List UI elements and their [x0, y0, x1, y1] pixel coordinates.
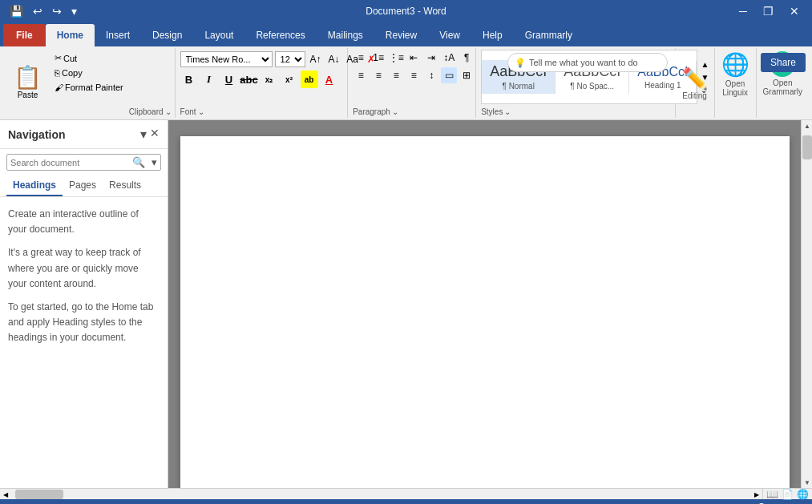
align-center-btn[interactable]: ≡	[370, 67, 386, 83]
nav-hint-line1: Create an interactive outline of your do…	[8, 207, 160, 237]
tab-mailings[interactable]: Mailings	[317, 24, 374, 46]
cut-button[interactable]: ✂ Cut	[50, 51, 127, 65]
font-color-btn[interactable]: A	[321, 71, 338, 88]
tell-me-bar[interactable]: 💡 Tell me what you want to do	[507, 53, 668, 72]
nav-tabs: Headings Pages Results	[0, 175, 168, 197]
subscript-button[interactable]: x₂	[261, 71, 278, 88]
tab-home[interactable]: Home	[46, 24, 95, 46]
copy-button[interactable]: ⎘ Copy	[50, 67, 127, 79]
nav-tab-results[interactable]: Results	[103, 175, 147, 196]
nav-content-area: Create an interactive outline of your do…	[0, 197, 168, 364]
align-right-btn[interactable]: ≡	[388, 67, 404, 83]
scroll-left-btn[interactable]: ◀	[0, 489, 11, 500]
search-icon[interactable]: 🔍	[129, 155, 148, 170]
web-layout-btn[interactable]: 🌐	[797, 489, 809, 500]
nav-close-btn[interactable]: ✕	[150, 127, 160, 142]
increase-font-btn[interactable]: A↑	[308, 51, 324, 67]
tab-review[interactable]: Review	[374, 24, 428, 46]
window-title: Document3 - Word	[366, 6, 446, 17]
tab-help[interactable]: Help	[471, 24, 514, 46]
scroll-right-btn[interactable]: ▶	[751, 489, 762, 500]
style-no-spacing-label: ¶ No Spac...	[570, 82, 614, 91]
underline-button[interactable]: U	[220, 71, 238, 88]
view-mode-buttons: 📖 📄 🌐	[762, 489, 812, 499]
numbering-btn[interactable]: 1≡	[370, 50, 386, 66]
title-bar-controls: ─ ❐ ✕	[733, 3, 806, 19]
h-scrollbar-thumb[interactable]	[15, 490, 63, 499]
font-expand-icon[interactable]: ⌄	[198, 107, 204, 116]
document-area[interactable]	[168, 120, 801, 488]
decrease-font-btn[interactable]: A↓	[326, 51, 342, 67]
customize-quick-btn[interactable]: ▾	[68, 3, 80, 19]
scroll-down-btn[interactable]: ▼	[802, 477, 812, 488]
read-mode-btn[interactable]: 📖	[766, 489, 778, 500]
search-input[interactable]	[7, 155, 129, 170]
paste-button[interactable]: 📋 Paste	[6, 50, 49, 116]
nav-tab-headings[interactable]: Headings	[6, 175, 63, 196]
font-family-select[interactable]: Times New Ro...	[180, 51, 273, 67]
decrease-indent-btn[interactable]: ⇤	[406, 50, 422, 66]
tab-layout[interactable]: Layout	[193, 24, 244, 46]
ribbon-tab-bar: File Home Insert Design Layout Reference…	[0, 22, 812, 46]
clipboard-expand-icon[interactable]: ⌄	[165, 107, 172, 116]
editing-label[interactable]: Editing	[682, 91, 707, 100]
tab-view[interactable]: View	[428, 24, 471, 46]
borders-btn[interactable]: ⊞	[459, 67, 475, 83]
nav-header-buttons: ▾ ✕	[140, 127, 160, 142]
tab-grammarly[interactable]: Grammarly	[514, 24, 584, 46]
share-button[interactable]: Share	[761, 53, 806, 72]
clipboard-group-label: Clipboard⌄	[129, 107, 172, 116]
strikethrough-button[interactable]: abc	[240, 71, 258, 88]
print-layout-btn[interactable]: 📄	[782, 489, 794, 500]
clipboard-sub-buttons: ✂ Cut ⎘ Copy 🖌 Format Painter	[49, 50, 129, 116]
highlight-btn[interactable]: ab	[301, 71, 318, 88]
line-spacing-btn[interactable]: ↕	[423, 67, 439, 83]
styles-expand-icon[interactable]: ⌄	[504, 107, 511, 116]
nav-options-icon[interactable]: ▾	[140, 127, 147, 142]
tab-design[interactable]: Design	[141, 24, 193, 46]
shading-btn[interactable]: ▭	[441, 67, 457, 83]
search-options-icon[interactable]: ▾	[148, 155, 160, 170]
restore-btn[interactable]: ❐	[757, 3, 780, 19]
justify-btn[interactable]: ≡	[406, 67, 422, 83]
scroll-up-btn[interactable]: ▲	[802, 120, 812, 131]
nav-panel-title: Navigation	[8, 128, 66, 141]
sort-btn[interactable]: ↕A	[441, 50, 457, 66]
increase-indent-btn[interactable]: ⇥	[423, 50, 439, 66]
h-scrollbar-track[interactable]	[11, 489, 751, 499]
multilevel-btn[interactable]: ⋮≡	[388, 50, 404, 66]
main-area: Navigation ▾ ✕ 🔍 ▾ Headings Pages Result…	[0, 120, 812, 488]
tab-file[interactable]: File	[3, 24, 46, 46]
scrollbar-thumb[interactable]	[802, 135, 812, 159]
save-quick-btn[interactable]: 💾	[6, 3, 26, 19]
minimize-btn[interactable]: ─	[733, 3, 753, 19]
font-size-select[interactable]: 12	[275, 51, 305, 67]
undo-quick-btn[interactable]: ↩	[30, 3, 46, 19]
paste-icon: 📋	[14, 67, 42, 89]
tab-insert[interactable]: Insert	[95, 24, 141, 46]
document-page[interactable]	[180, 136, 790, 488]
align-row: ≡ ≡ ≡ ≡ ↕ ▭ ⊞	[353, 67, 475, 83]
bold-button[interactable]: B	[180, 71, 198, 88]
close-btn[interactable]: ✕	[783, 3, 806, 19]
format-painter-button[interactable]: 🖌 Format Painter	[50, 81, 127, 94]
redo-quick-btn[interactable]: ↪	[49, 3, 65, 19]
italic-button[interactable]: I	[200, 71, 218, 88]
nav-hint-line3: To get started, go to the Home tab and a…	[8, 300, 160, 346]
paragraph-group: ≡ 1≡ ⋮≡ ⇤ ⇥ ↕A ¶ ≡ ≡ ≡ ≡ ↕ ▭ ⊞ Paragraph…	[348, 48, 476, 118]
format-painter-icon: 🖌	[55, 83, 63, 92]
linguix-group: 🌐 OpenLinguix	[715, 48, 757, 118]
title-bar-left: 💾 ↩ ↪ ▾	[6, 3, 80, 19]
status-bar: Page 1 of 1 0 words English (United Stat…	[0, 499, 812, 504]
scrollbar-track[interactable]	[802, 131, 812, 477]
superscript-button[interactable]: x²	[281, 71, 298, 88]
navigation-panel: Navigation ▾ ✕ 🔍 ▾ Headings Pages Result…	[0, 120, 168, 488]
bullets-btn[interactable]: ≡	[353, 50, 369, 66]
paragraph-expand-icon[interactable]: ⌄	[392, 107, 398, 116]
align-left-btn[interactable]: ≡	[353, 67, 369, 83]
tab-references[interactable]: References	[244, 24, 316, 46]
clipboard-group: 📋 Paste ✂ Cut ⎘ Copy 🖌 Format Painter Cl…	[3, 48, 176, 118]
nav-tab-pages[interactable]: Pages	[63, 175, 103, 196]
show-marks-btn[interactable]: ¶	[459, 50, 475, 66]
title-bar: 💾 ↩ ↪ ▾ Document3 - Word ─ ❐ ✕	[0, 0, 812, 22]
